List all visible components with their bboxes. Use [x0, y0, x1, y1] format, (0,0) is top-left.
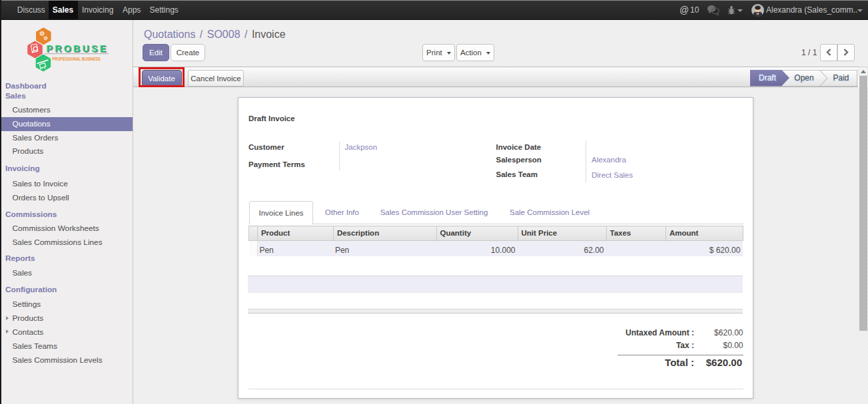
svg-text:PROBUSE: PROBUSE [47, 43, 109, 54]
svg-text:PROFESSIONAL BUSINESS: PROFESSIONAL BUSINESS [53, 56, 101, 62]
